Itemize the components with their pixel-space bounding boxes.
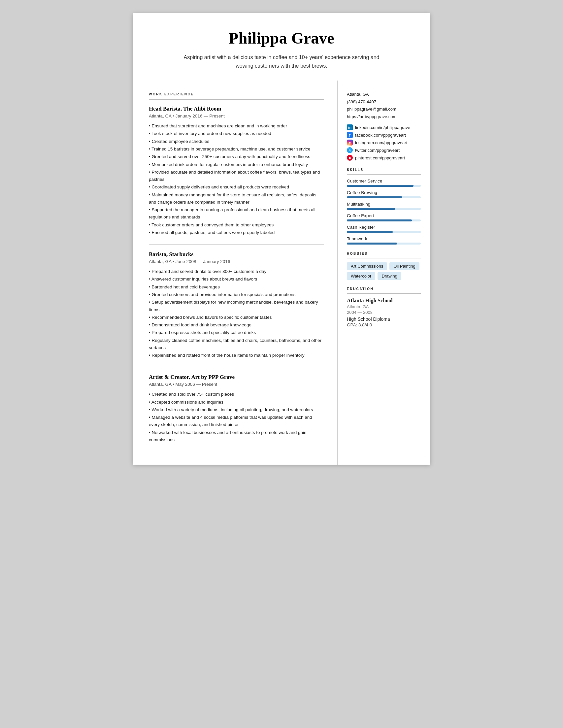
skill-bar-fill (347, 219, 412, 221)
instagram-icon: ● (347, 140, 353, 146)
edu-gpa: GPA: 3.8/4.0 (347, 322, 421, 327)
skill-customer-service: Customer Service (347, 179, 421, 187)
skill-bar-bg (347, 208, 421, 210)
hobby-drawing: Drawing (378, 272, 401, 280)
bullet: • Prepared and served drinks to over 300… (149, 268, 324, 275)
skills-label: SKILLS (347, 168, 421, 172)
pinterest-icon: ● (347, 155, 353, 161)
skill-bar-fill (347, 185, 414, 187)
job-2-bullets: • Prepared and served drinks to over 300… (149, 268, 324, 359)
contact-phone: (398) 470-4407 (347, 99, 421, 105)
bullet: • Created and sold over 75+ custom piece… (149, 391, 324, 398)
education-divider (347, 293, 421, 294)
bullet: • Supported the manager in running a pro… (149, 206, 324, 221)
job-1-bullets: • Ensured that storefront and machines a… (149, 122, 324, 236)
skill-bar-bg (347, 243, 421, 245)
skill-name: Coffee Expert (347, 213, 421, 218)
skill-name: Multitasking (347, 202, 421, 207)
edu-city: Atlanta, GA (347, 304, 421, 309)
bullet: • Accepted commissions and inquiries (149, 399, 324, 406)
bullet: • Setup advertisement displays for new i… (149, 299, 324, 314)
skill-teamwork: Teamwork (347, 236, 421, 245)
social-instagram: ● instagram.com/pppgraveart (347, 140, 421, 146)
social-section: in linkedin.com/in/philippagrave f faceb… (347, 124, 421, 161)
candidate-name: Philippa Grave (153, 29, 410, 47)
hobby-art-commissions: Art Commissions (347, 262, 387, 270)
work-divider-top (149, 99, 324, 100)
job-3-title: Artist & Creator, Art by PPP Grave (149, 374, 324, 381)
job-2-title: Barista, Starbucks (149, 251, 324, 258)
social-facebook: f facebook.com/pppgraveart (347, 132, 421, 138)
bullet: • Recommended brews and flavors to speci… (149, 314, 324, 321)
facebook-icon: f (347, 132, 353, 138)
job-1: Head Barista, The Alibi Room Atlanta, GA… (149, 106, 324, 236)
bullet: • Memorized drink orders for regular cus… (149, 161, 324, 168)
skill-name: Teamwork (347, 236, 421, 241)
bullet: • Provided accurate and detailed informa… (149, 169, 324, 183)
skill-bar-bg (347, 231, 421, 233)
skill-bar-fill (347, 231, 393, 233)
bullet: • Greeted and served over 250+ customers… (149, 153, 324, 160)
bullet: • Coordinated supply deliveries and ensu… (149, 183, 324, 191)
skill-bar-fill (347, 243, 397, 245)
bullet: • Trained 15 baristas in beverage prepar… (149, 146, 324, 153)
bullet: • Prepared espresso shots and speciality… (149, 329, 324, 336)
skill-bar-bg (347, 185, 421, 187)
job-1-meta: Atlanta, GA • January 2016 — Present (149, 114, 324, 118)
skill-name: Cash Register (347, 225, 421, 230)
bullet: • Bartended hot and cold beverages (149, 283, 324, 291)
bullet: • Ensured all goods, pastries, and coffe… (149, 229, 324, 236)
bullet: • Managed a website and 4 social media p… (149, 414, 324, 429)
resume-document: Philippa Grave Aspiring artist with a de… (133, 13, 430, 465)
hobbies-tags: Art Commissions Oil Painting Watercolor … (347, 262, 421, 280)
bullet: • Networked with local businesses and ar… (149, 429, 324, 444)
skill-bar-fill (347, 208, 395, 210)
job-3-meta: Atlanta, GA • May 2006 — Present (149, 382, 324, 387)
twitter-handle: twitter.com/pppgraveart (355, 148, 400, 153)
bullet: • Took stock of inventory and ordered ne… (149, 130, 324, 137)
hobbies-label: HOBBIES (347, 252, 421, 255)
social-twitter: 𝕏 twitter.com/pppgraveart (347, 147, 421, 153)
bullet: • Answered customer inquiries about brew… (149, 276, 324, 283)
bullet: • Demonstrated food and drink beverage k… (149, 321, 324, 329)
job-1-title: Head Barista, The Alibi Room (149, 106, 324, 112)
skills-divider (347, 174, 421, 175)
job-2-meta: Atlanta, GA • June 2008 — January 2016 (149, 259, 324, 264)
sidebar-column: Atlanta, GA (398) 470-4407 philippagrave… (338, 81, 430, 465)
job-3: Artist & Creator, Art by PPP Grave Atlan… (149, 374, 324, 444)
skill-multitasking: Multitasking (347, 202, 421, 210)
instagram-handle: instagram.com/pppgraveart (355, 140, 407, 145)
social-pinterest: ● pinterest.com/pppgraveart (347, 155, 421, 161)
header-section: Philippa Grave Aspiring artist with a de… (133, 13, 430, 81)
skill-bar-bg (347, 219, 421, 221)
body-section: WORK EXPERIENCE Head Barista, The Alibi … (133, 81, 430, 465)
skill-name: Coffee Brewing (347, 190, 421, 195)
linkedin-handle: linkedin.com/in/philippagrave (355, 125, 410, 130)
bullet: • Regularly cleaned coffee machines, tab… (149, 337, 324, 352)
bullet: • Took customer orders and conveyed them… (149, 221, 324, 229)
skill-coffee-expert: Coffee Expert (347, 213, 421, 221)
bullet: • Created employee schedules (149, 138, 324, 145)
hobbies-divider (347, 258, 421, 258)
job-3-bullets: • Created and sold over 75+ custom piece… (149, 391, 324, 444)
linkedin-icon: in (347, 124, 353, 130)
main-column: WORK EXPERIENCE Head Barista, The Alibi … (133, 81, 338, 465)
candidate-tagline: Aspiring artist with a delicious taste i… (182, 53, 381, 70)
bullet: • Replenished and rotated front of the h… (149, 352, 324, 359)
skill-cash-register: Cash Register (347, 225, 421, 233)
bullet: • Maintained money management for the st… (149, 191, 324, 206)
bullet: • Greeted customers and provided informa… (149, 291, 324, 298)
work-experience-label: WORK EXPERIENCE (149, 92, 324, 96)
contact-website: https://artbypppgrave.com (347, 114, 421, 120)
twitter-icon: 𝕏 (347, 147, 353, 153)
work-divider-1 (149, 244, 324, 245)
skill-coffee-brewing: Coffee Brewing (347, 190, 421, 198)
edu-degree: High School Diploma (347, 316, 421, 322)
contact-email: philippagrave@gmail.com (347, 106, 421, 113)
edu-dates: 2004 — 2008 (347, 310, 421, 315)
skills-list: Customer Service Coffee Brewing Multitas… (347, 179, 421, 245)
education-label: EDUCATION (347, 287, 421, 291)
work-divider-2 (149, 367, 324, 367)
skill-name: Customer Service (347, 179, 421, 183)
bullet: • Ensured that storefront and machines a… (149, 122, 324, 130)
